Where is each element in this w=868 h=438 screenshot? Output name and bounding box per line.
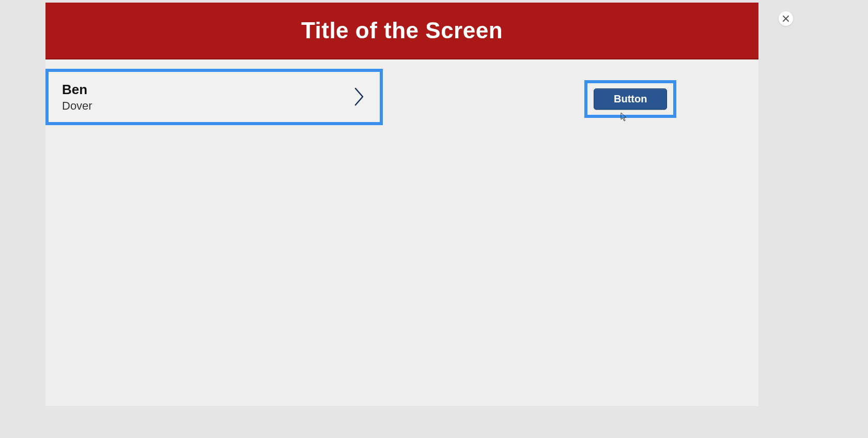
button-highlight-frame: Button	[584, 80, 676, 118]
close-button[interactable]	[779, 11, 793, 26]
chevron-right-icon	[353, 86, 366, 107]
list-item-text: Ben Dover	[62, 81, 92, 113]
page-title: Title of the Screen	[301, 18, 503, 43]
list-item-card[interactable]: Ben Dover	[45, 69, 383, 125]
list-item-primary: Ben	[62, 81, 92, 98]
header-bar: Title of the Screen	[45, 3, 758, 59]
content-area: Ben Dover Button	[45, 59, 758, 70]
primary-button[interactable]: Button	[594, 88, 667, 110]
close-icon	[782, 15, 789, 22]
list-item-secondary: Dover	[62, 99, 92, 113]
modal-container: Title of the Screen Ben Dover Button	[45, 3, 758, 406]
